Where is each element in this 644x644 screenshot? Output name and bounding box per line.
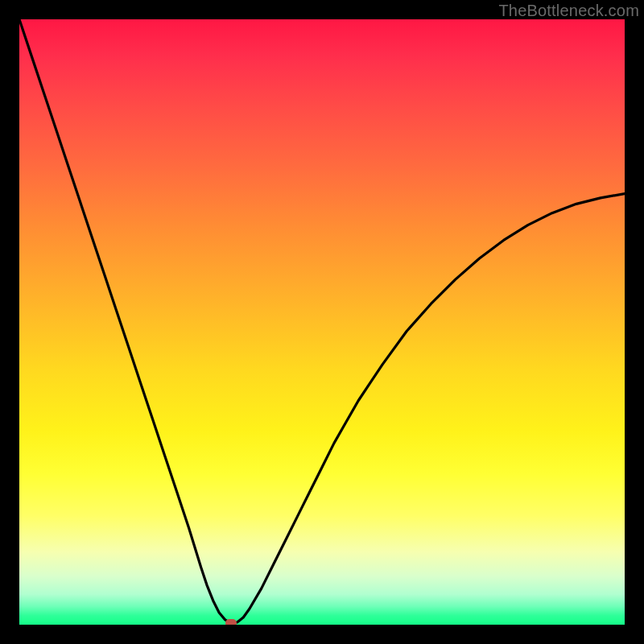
plot-area (19, 19, 625, 625)
optimal-point-marker (225, 619, 237, 625)
watermark-text: TheBottleneck.com (498, 2, 639, 20)
gradient-background (19, 19, 625, 625)
chart-frame: TheBottleneck.com (0, 0, 644, 644)
